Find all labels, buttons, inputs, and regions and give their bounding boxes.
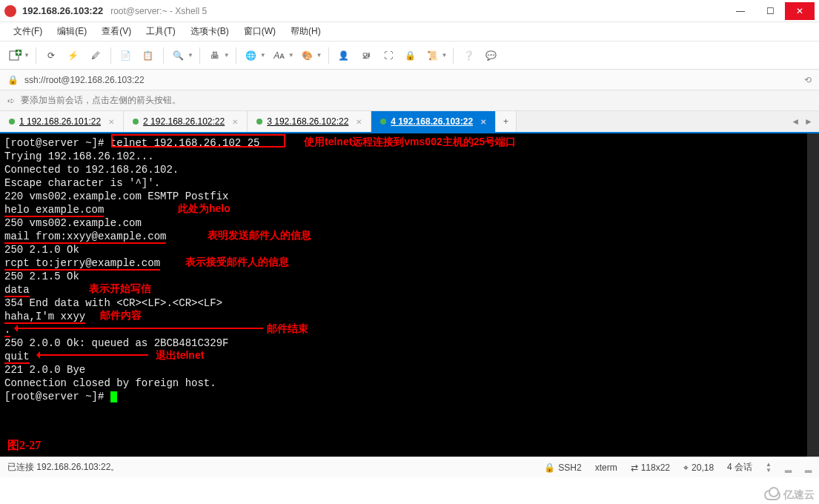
terminal[interactable]: [root@server ~]# telnet 192.168.26.102 2… xyxy=(0,133,819,457)
tab-label: 4 192.168.26.103:22 xyxy=(391,116,473,127)
cap-icon: ▂ xyxy=(785,462,792,473)
tab-1[interactable]: 1 192.168.26.101:22✕ xyxy=(0,111,124,132)
color-icon[interactable]: 🎨 xyxy=(297,45,318,66)
find-icon[interactable]: 🔍 xyxy=(168,45,189,66)
term-line: quit xyxy=(4,351,30,364)
font-icon[interactable]: Aᴀ xyxy=(269,45,290,66)
print-icon[interactable]: 🖶 xyxy=(205,45,225,66)
dropdown-icon[interactable]: ▼ xyxy=(442,52,448,59)
tab-label: 3 192.168.26.102:22 xyxy=(267,116,348,127)
reconnect-icon[interactable]: ⟳ xyxy=(41,45,62,66)
term-line: helo example.com xyxy=(4,204,104,217)
term-line: Connection closed by foreign host. xyxy=(4,377,815,390)
address-text[interactable]: ssh://root@192.168.26.103:22 xyxy=(24,75,145,85)
disconnect-icon[interactable]: ⚡ xyxy=(63,45,84,66)
menu-help[interactable]: 帮助(H) xyxy=(285,24,327,39)
arrow-icon xyxy=(15,328,263,329)
hint-bar: ➪ 要添加当前会话，点击左侧的箭头按钮。 xyxy=(0,90,819,111)
help-icon[interactable]: ❔ xyxy=(458,45,479,66)
menu-tab[interactable]: 选项卡(B) xyxy=(185,24,235,39)
term-line: Connected to 192.168.26.102. xyxy=(4,163,815,176)
term-line: 250 vms002.example.com xyxy=(4,216,815,230)
dropdown-icon[interactable]: ▼ xyxy=(24,52,30,59)
maximize-button[interactable]: ☐ xyxy=(755,2,785,20)
status-ssh-label: SSH2 xyxy=(558,462,581,473)
menu-tools[interactable]: 工具(T) xyxy=(140,24,181,39)
annotation: 邮件内容 xyxy=(100,308,142,322)
menu-window[interactable]: 窗口(W) xyxy=(238,24,282,39)
watermark-text: 亿速云 xyxy=(783,488,815,502)
address-bar: 🔒 ssh://root@192.168.26.103:22 ⟲ xyxy=(0,70,819,90)
lock-small-icon: 🔒 xyxy=(7,75,19,85)
watermark: 亿速云 xyxy=(764,488,815,502)
term-line: haha,I'm xxyy xyxy=(4,311,85,324)
status-pos: ⌖ 20,18 xyxy=(683,462,714,473)
term-line: rcpt to:jerry@example.com xyxy=(4,257,160,271)
minimize-button[interactable]: — xyxy=(726,2,755,20)
new-session-icon[interactable] xyxy=(4,45,25,66)
term-line: 250 2.1.0 Ok xyxy=(4,243,815,256)
menu-view[interactable]: 查看(V) xyxy=(96,24,137,39)
dropdown-icon[interactable]: ▼ xyxy=(316,52,322,59)
dropdown-icon[interactable]: ▼ xyxy=(188,52,193,59)
figure-label: 图2-27 xyxy=(7,439,41,452)
term-line: 220 vms002.example.com ESMTP Postfix xyxy=(4,190,815,203)
tab-close-icon[interactable]: ✕ xyxy=(356,118,362,126)
cursor xyxy=(110,391,117,402)
hint-text: 要添加当前会话，点击左侧的箭头按钮。 xyxy=(21,94,181,107)
session-updown-icon[interactable]: ▲▼ xyxy=(766,462,772,474)
lock-icon[interactable]: 🔒 xyxy=(400,45,421,66)
user-icon[interactable]: 👤 xyxy=(334,45,354,66)
dropdown-icon[interactable]: ▼ xyxy=(260,52,266,59)
title-host: 192.168.26.103:22 xyxy=(22,5,103,16)
add-session-arrow-icon[interactable]: ➪ xyxy=(7,96,15,106)
tab-label: 1 192.168.26.101:22 xyxy=(19,116,101,127)
key-icon[interactable]: 🖳 xyxy=(356,45,377,66)
chat-icon[interactable]: 💬 xyxy=(480,45,501,66)
copy-icon[interactable]: 📄 xyxy=(116,45,136,66)
menu-edit[interactable]: 编辑(E) xyxy=(51,24,93,39)
paste-icon[interactable]: 📋 xyxy=(138,45,159,66)
menubar: 文件(F) 编辑(E) 查看(V) 工具(T) 选项卡(B) 窗口(W) 帮助(… xyxy=(0,22,819,42)
menu-file[interactable]: 文件(F) xyxy=(7,24,48,39)
tab-next-icon[interactable]: ► xyxy=(804,116,813,127)
script-icon[interactable]: 📜 xyxy=(422,45,443,66)
status-connection: 已连接 192.168.26.103:22。 xyxy=(7,461,119,474)
annotation: 表明发送邮件人的信息 xyxy=(208,228,311,242)
reload-icon[interactable]: ⟲ xyxy=(804,75,812,85)
cmd: telnet 192.168.26.102 25 xyxy=(110,137,260,149)
prompt: [root@server ~]# xyxy=(4,137,110,149)
tab-2[interactable]: 2 192.168.26.102:22✕ xyxy=(124,111,248,132)
tab-label: 2 192.168.26.102:22 xyxy=(143,116,225,127)
tab-add[interactable]: + xyxy=(496,111,517,132)
globe-icon[interactable]: 🌐 xyxy=(241,45,262,66)
close-button[interactable]: ✕ xyxy=(785,2,815,20)
term-line: mail from:xxyy@example.com xyxy=(4,231,166,244)
session-tabs: 1 192.168.26.101:22✕ 2 192.168.26.102:22… xyxy=(0,111,819,133)
properties-icon[interactable]: 🖉 xyxy=(85,45,106,66)
tab-close-icon[interactable]: ✕ xyxy=(232,118,238,126)
fullscreen-icon[interactable]: ⛶ xyxy=(378,45,399,66)
arrow-icon xyxy=(37,354,148,356)
term-line: data xyxy=(4,284,30,297)
title-sub: root@server:~ - Xshell 5 xyxy=(110,6,207,16)
dropdown-icon[interactable]: ▼ xyxy=(288,52,294,59)
term-line: 221 2.0.0 Bye xyxy=(4,363,815,377)
tab-close-icon[interactable]: ✕ xyxy=(108,118,114,126)
num-icon: ▂ xyxy=(805,462,812,473)
status-dot-icon xyxy=(380,119,386,125)
status-size: ⇄ 118x22 xyxy=(631,462,670,473)
annotation: 邮件结束 xyxy=(267,322,308,335)
cloud-icon xyxy=(764,490,780,500)
annotation: 此处为helo xyxy=(178,202,231,215)
app-icon xyxy=(4,5,16,17)
tab-prev-icon[interactable]: ◄ xyxy=(791,116,800,127)
tab-3[interactable]: 3 192.168.26.102:22✕ xyxy=(248,111,371,132)
tab-close-icon[interactable]: ✕ xyxy=(480,118,486,126)
dropdown-icon[interactable]: ▼ xyxy=(224,52,230,59)
status-ssh: 🔒 SSH2 xyxy=(544,462,581,473)
status-dot-icon xyxy=(133,119,139,125)
status-bar: 已连接 192.168.26.103:22。 🔒 SSH2 xterm ⇄ 11… xyxy=(0,457,819,477)
term-line: Trying 192.168.26.102... xyxy=(4,150,815,163)
tab-4[interactable]: 4 192.168.26.103:22✕ xyxy=(371,111,496,132)
